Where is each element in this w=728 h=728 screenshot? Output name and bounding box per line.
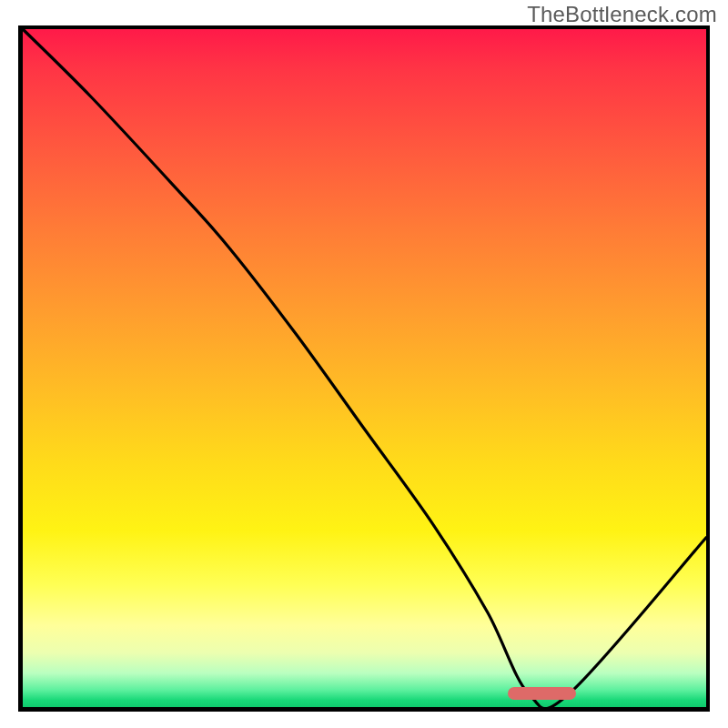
watermark-text: TheBottleneck.com <box>527 2 717 27</box>
plot-border <box>18 25 710 712</box>
chart-frame: TheBottleneck.com <box>0 0 728 728</box>
